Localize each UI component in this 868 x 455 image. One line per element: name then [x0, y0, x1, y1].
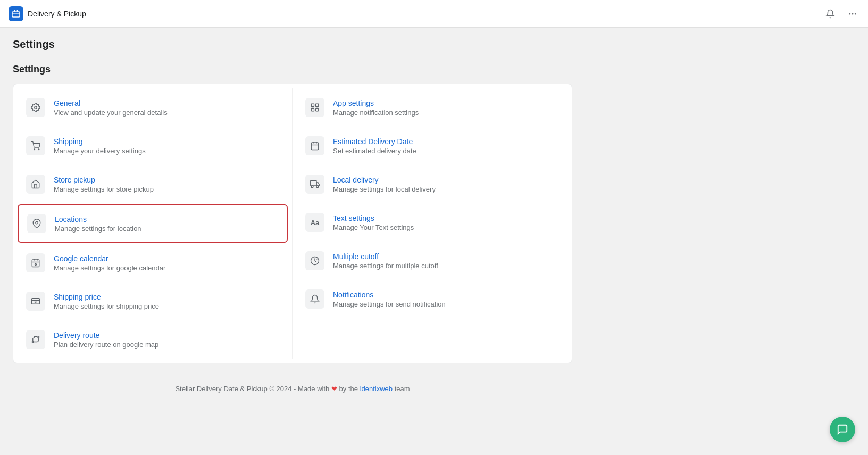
- settings-item-locations[interactable]: Locations Manage settings for location: [19, 205, 287, 242]
- settings-desc-shipping-price: Manage settings for shipping price: [54, 302, 159, 310]
- settings-text-shipping-price: Shipping price Manage settings for shipp…: [54, 293, 159, 310]
- top-bar-right: [823, 7, 859, 21]
- svg-point-1: [849, 13, 850, 14]
- settings-text-general: General View and update your general det…: [54, 99, 168, 117]
- settings-text-text-settings: Text settings Manage Your Text settings: [333, 214, 414, 231]
- settings-title-shipping-price: Shipping price: [54, 293, 159, 301]
- svg-point-26: [311, 186, 313, 188]
- settings-item-notifications[interactable]: Notifications Manage settings for send n…: [293, 280, 572, 318]
- settings-title-notifications: Notifications: [333, 291, 446, 299]
- settings-right-column: App settings Manage notification setting…: [293, 88, 572, 359]
- svg-rect-25: [311, 180, 316, 186]
- settings-text-estimated-delivery: Estimated Delivery Date Set estimated de…: [333, 137, 416, 155]
- settings-item-multiple-cutoff[interactable]: Multiple cutoff Manage settings for mult…: [293, 242, 572, 280]
- footer-by: by the: [339, 385, 358, 393]
- svg-point-2: [852, 13, 854, 14]
- settings-title-shipping: Shipping: [54, 137, 146, 146]
- settings-icon-shipping-price: [26, 292, 45, 311]
- settings-item-app-settings[interactable]: App settings Manage notification setting…: [293, 88, 572, 127]
- settings-text-locations: Locations Manage settings for location: [55, 215, 141, 233]
- section-title: Settings: [13, 64, 572, 75]
- top-bar: Delivery & Pickup: [0, 0, 868, 28]
- main-content: Settings General View and update your ge…: [0, 55, 585, 425]
- settings-desc-multiple-cutoff: Manage settings for multiple cutoff: [333, 262, 438, 270]
- settings-title-general: General: [54, 99, 168, 107]
- settings-item-google-calendar[interactable]: Google calendar Manage settings for goog…: [13, 244, 292, 282]
- settings-desc-local-delivery: Manage settings for local delivery: [333, 185, 436, 193]
- settings-icon-delivery-route: [26, 330, 45, 349]
- svg-rect-18: [316, 104, 319, 106]
- settings-card: General View and update your general det…: [13, 84, 572, 363]
- footer-link[interactable]: identixweb: [360, 385, 393, 393]
- settings-icon-notifications: [305, 289, 324, 309]
- svg-point-27: [316, 186, 319, 188]
- settings-title-multiple-cutoff: Multiple cutoff: [333, 252, 438, 261]
- svg-point-5: [34, 149, 35, 150]
- svg-point-3: [855, 13, 856, 14]
- svg-rect-20: [316, 109, 319, 111]
- svg-rect-13: [32, 299, 40, 304]
- top-bar-left: Delivery & Pickup: [9, 6, 86, 21]
- svg-rect-17: [311, 104, 314, 106]
- settings-desc-general: View and update your general details: [54, 109, 168, 117]
- svg-point-6: [38, 149, 39, 150]
- settings-title-google-calendar: Google calendar: [54, 254, 165, 263]
- settings-title-estimated-delivery: Estimated Delivery Date: [333, 137, 416, 146]
- settings-title-delivery-route: Delivery route: [54, 331, 158, 340]
- svg-rect-21: [311, 143, 319, 150]
- settings-title-locations: Locations: [55, 215, 141, 224]
- settings-text-multiple-cutoff: Multiple cutoff Manage settings for mult…: [333, 252, 438, 270]
- settings-icon-app-settings: [305, 98, 324, 117]
- settings-item-shipping[interactable]: Shipping Manage your delivery settings: [13, 127, 292, 165]
- settings-text-store-pickup: Store pickup Manage settings for store p…: [54, 176, 154, 193]
- settings-desc-store-pickup: Manage settings for store pickup: [54, 185, 154, 193]
- settings-text-delivery-route: Delivery route Plan delivery route on go…: [54, 331, 158, 349]
- settings-text-shipping: Shipping Manage your delivery settings: [54, 137, 146, 155]
- settings-text-app-settings: App settings Manage notification setting…: [333, 99, 419, 117]
- settings-icon-general: [26, 98, 45, 117]
- more-button[interactable]: [846, 7, 859, 21]
- settings-title-local-delivery: Local delivery: [333, 176, 436, 184]
- settings-desc-notifications: Manage settings for send notification: [333, 300, 446, 308]
- footer-text: Stellar Delivery Date & Pickup © 2024 - …: [175, 385, 329, 393]
- settings-desc-delivery-route: Plan delivery route on google map: [54, 341, 158, 349]
- settings-icon-store-pickup: [26, 175, 45, 194]
- settings-title-store-pickup: Store pickup: [54, 176, 154, 184]
- settings-icon-google-calendar: [26, 253, 45, 272]
- settings-text-notifications: Notifications Manage settings for send n…: [333, 291, 446, 308]
- settings-item-local-delivery[interactable]: Local delivery Manage settings for local…: [293, 165, 572, 203]
- settings-left-column: General View and update your general det…: [13, 88, 293, 359]
- settings-desc-shipping: Manage your delivery settings: [54, 147, 146, 155]
- svg-point-15: [32, 341, 34, 343]
- settings-icon-text-settings: Aa: [305, 213, 324, 232]
- settings-desc-locations: Manage settings for location: [55, 225, 141, 233]
- app-icon: [9, 6, 23, 21]
- settings-icon-local-delivery: [305, 175, 324, 194]
- bell-button[interactable]: [823, 7, 837, 21]
- settings-item-delivery-route[interactable]: Delivery route Plan delivery route on go…: [13, 320, 292, 359]
- settings-icon-estimated-delivery: [305, 136, 324, 155]
- settings-item-estimated-delivery[interactable]: Estimated Delivery Date Set estimated de…: [293, 127, 572, 165]
- settings-icon-shipping: [26, 136, 45, 155]
- settings-item-general[interactable]: General View and update your general det…: [13, 88, 292, 127]
- settings-icon-locations: [27, 214, 46, 233]
- footer: Stellar Delivery Date & Pickup © 2024 - …: [13, 374, 572, 403]
- settings-text-local-delivery: Local delivery Manage settings for local…: [333, 176, 436, 193]
- settings-desc-text-settings: Manage Your Text settings: [333, 224, 414, 231]
- settings-item-shipping-price[interactable]: Shipping price Manage settings for shipp…: [13, 282, 292, 320]
- chat-button[interactable]: [830, 417, 855, 442]
- settings-desc-app-settings: Manage notification settings: [333, 109, 419, 117]
- footer-team: team: [395, 385, 410, 393]
- settings-item-text-settings[interactable]: Aa Text settings Manage Your Text settin…: [293, 203, 572, 242]
- svg-rect-19: [311, 109, 314, 111]
- svg-point-7: [36, 221, 38, 224]
- svg-point-4: [35, 106, 37, 109]
- settings-desc-estimated-delivery: Set estimated delivery date: [333, 147, 416, 155]
- locations-highlight-wrapper: Locations Manage settings for location: [18, 204, 288, 243]
- settings-desc-google-calendar: Manage settings for google calendar: [54, 264, 165, 272]
- settings-item-store-pickup[interactable]: Store pickup Manage settings for store p…: [13, 165, 292, 203]
- settings-title-text-settings: Text settings: [333, 214, 414, 222]
- settings-text-google-calendar: Google calendar Manage settings for goog…: [54, 254, 165, 272]
- svg-point-16: [38, 336, 39, 338]
- settings-title-app-settings: App settings: [333, 99, 419, 107]
